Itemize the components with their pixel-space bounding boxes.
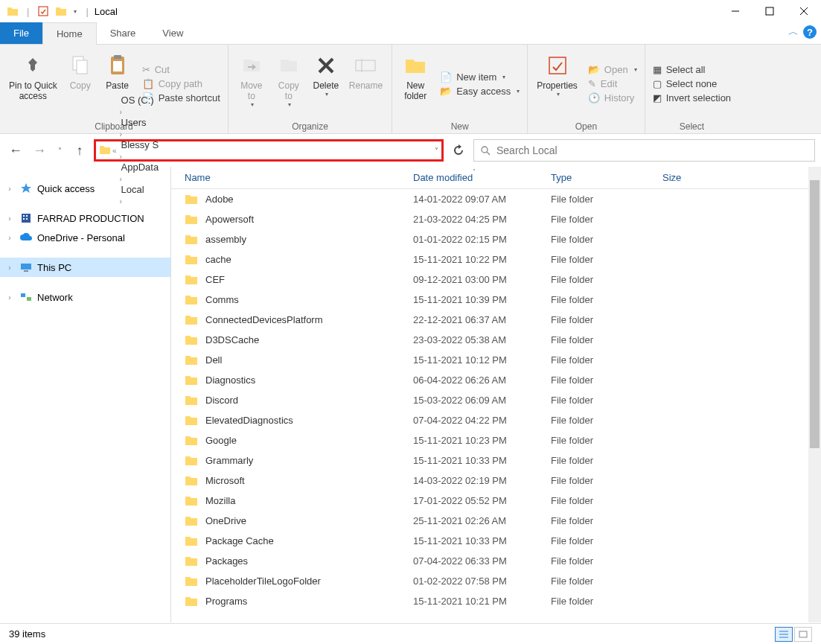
sidebar-item[interactable]: ›FARRAD PRODUCTION (0, 208, 170, 228)
file-row[interactable]: Package Cache15-11-2021 10:33 PMFile fol… (171, 531, 821, 551)
select-all-button[interactable]: ▦Select all (650, 63, 734, 76)
cut-button[interactable]: ✂Cut (139, 63, 223, 76)
delete-button[interactable]: Delete ▾ (307, 48, 345, 120)
file-row[interactable]: Grammarly15-11-2021 10:33 PMFile folder (171, 450, 821, 471)
breadcrumb-dropdown-icon[interactable]: ˅ (435, 147, 438, 155)
file-type: File folder (551, 515, 662, 526)
maximize-button[interactable] (753, 0, 787, 22)
tab-share[interactable]: Share (97, 22, 150, 44)
tab-file[interactable]: File (0, 22, 42, 44)
breadcrumb-item[interactable]: Blessy S (118, 139, 162, 150)
file-row[interactable]: Dell15-11-2021 10:12 PMFile folder (171, 350, 821, 370)
minimize-button[interactable] (718, 0, 753, 22)
col-name-label: Name (185, 172, 211, 183)
copy-path-button[interactable]: 📋Copy path (139, 77, 223, 90)
folder-icon (185, 374, 198, 386)
sidebar-item[interactable]: ›OneDrive - Personal (0, 228, 170, 247)
view-details-button[interactable] (775, 627, 793, 642)
file-row[interactable]: Diagnostics06-04-2022 06:26 AMFile folde… (171, 370, 821, 390)
file-row[interactable]: Mozilla17-01-2022 05:52 PMFile folder (171, 491, 821, 511)
search-box[interactable] (473, 139, 815, 162)
rename-button[interactable]: Rename (345, 48, 387, 120)
ribbon-group-new: New folder 📄New item▾ 📂Easy access▾ New (392, 45, 528, 133)
tab-home[interactable]: Home (42, 22, 97, 45)
file-row[interactable]: Programs15-11-2021 10:21 PMFile folder (171, 591, 821, 611)
file-row[interactable]: CEF09-12-2021 03:00 PMFile folder (171, 270, 821, 290)
tab-view[interactable]: View (149, 22, 197, 44)
file-name: OneDrive (205, 515, 246, 526)
breadcrumb-item[interactable]: OS (C:) (118, 95, 162, 106)
file-row[interactable]: Google15-11-2021 10:23 PMFile folder (171, 430, 821, 450)
sidebar-item[interactable]: ›Network (0, 287, 170, 307)
svg-rect-12 (356, 60, 375, 71)
file-date: 15-11-2021 10:33 PM (413, 535, 551, 546)
forward-button[interactable]: → (30, 141, 49, 160)
collapse-ribbon-icon[interactable]: ︿ (788, 25, 799, 39)
sidebar-item[interactable]: ›Quick access (0, 179, 170, 198)
refresh-button[interactable] (448, 140, 469, 161)
file-row[interactable]: Microsoft14-03-2022 02:19 PMFile folder (171, 471, 821, 491)
search-icon (480, 145, 491, 156)
breadcrumb[interactable]: « OS (C:)›Users›Blessy S›AppData›Local› … (94, 139, 444, 162)
scrollbar[interactable] (808, 167, 821, 622)
file-row[interactable]: assembly01-01-2022 02:15 PMFile folder (171, 229, 821, 249)
new-folder-label: New folder (404, 80, 427, 101)
properties-button[interactable]: Properties ▾ (532, 48, 582, 120)
qat-dropdown-icon[interactable]: ▾ (71, 3, 80, 19)
qat-properties-icon[interactable] (35, 3, 51, 19)
copy-to-label: Copy to (278, 80, 299, 101)
move-to-button[interactable]: Move to ▾ (233, 48, 270, 120)
status-bar: 39 items (0, 623, 821, 644)
folder-icon (185, 415, 198, 426)
file-row[interactable]: Adobe14-01-2022 09:07 AMFile folder (171, 189, 821, 209)
up-button[interactable]: ↑ (70, 141, 89, 160)
file-date: 17-01-2022 05:52 PM (413, 495, 551, 506)
file-row[interactable]: PlaceholderTileLogoFolder01-02-2022 07:5… (171, 571, 821, 591)
copy-path-label: Copy path (159, 78, 202, 89)
easy-access-button[interactable]: 📂Easy access▾ (437, 85, 523, 98)
column-header-name[interactable]: Name (171, 172, 413, 183)
rename-label: Rename (349, 80, 383, 91)
folder-icon (185, 214, 198, 225)
file-type: File folder (551, 555, 662, 567)
column-header-type[interactable]: Type (551, 172, 662, 183)
invert-selection-button[interactable]: ◩Invert selection (650, 92, 734, 104)
scrollbar-thumb[interactable] (810, 180, 820, 448)
folder-icon (185, 576, 198, 587)
column-header-size[interactable]: Size (662, 172, 821, 183)
column-header-date[interactable]: Date modified (413, 172, 551, 183)
file-row[interactable]: D3DSCache23-03-2022 05:38 AMFile folder (171, 330, 821, 350)
file-row[interactable]: cache15-11-2021 10:22 PMFile folder (171, 249, 821, 270)
search-input[interactable] (496, 144, 808, 156)
qat-divider: | (27, 6, 29, 17)
pin-label: Pin to Quick access (9, 80, 57, 101)
breadcrumb-item[interactable]: Users (118, 117, 162, 128)
view-icons-button[interactable] (794, 627, 812, 642)
file-row[interactable]: OneDrive25-11-2021 02:26 AMFile folder (171, 511, 821, 531)
file-row[interactable]: Packages07-04-2022 06:33 PMFile folder (171, 551, 821, 571)
select-none-button[interactable]: ▢Select none (650, 77, 734, 90)
open-button[interactable]: 📂Open▾ (585, 63, 640, 76)
file-name: Discord (205, 395, 238, 406)
file-row[interactable]: Apowersoft21-03-2022 04:25 PMFile folder (171, 209, 821, 229)
recent-locations-button[interactable]: ˅ (54, 141, 66, 160)
file-row[interactable]: ConnectedDevicesPlatform22-12-2021 06:37… (171, 310, 821, 330)
back-button[interactable]: ← (6, 141, 25, 160)
file-row[interactable]: ElevatedDiagnostics07-04-2022 04:22 PMFi… (171, 410, 821, 430)
delete-label: Delete (313, 80, 339, 91)
move-to-label: Move to (240, 80, 262, 101)
copy-button[interactable]: Copy (62, 48, 99, 120)
new-folder-button[interactable]: New folder (397, 48, 434, 120)
pin-quick-access-button[interactable]: Pin to Quick access (4, 48, 62, 120)
file-row[interactable]: Comms15-11-2021 10:39 PMFile folder (171, 290, 821, 310)
close-button[interactable] (787, 0, 821, 22)
file-row[interactable]: Discord15-03-2022 06:09 AMFile folder (171, 390, 821, 410)
sidebar-item[interactable]: ›This PC (0, 258, 170, 277)
edit-button[interactable]: ✎Edit (585, 77, 640, 90)
history-button[interactable]: 🕑History (585, 92, 640, 104)
copy-to-button[interactable]: Copy to ▾ (270, 48, 307, 120)
new-item-button[interactable]: 📄New item▾ (437, 71, 523, 83)
folder-icon (185, 555, 198, 567)
help-icon[interactable]: ? (803, 25, 817, 39)
network-icon (19, 290, 33, 304)
